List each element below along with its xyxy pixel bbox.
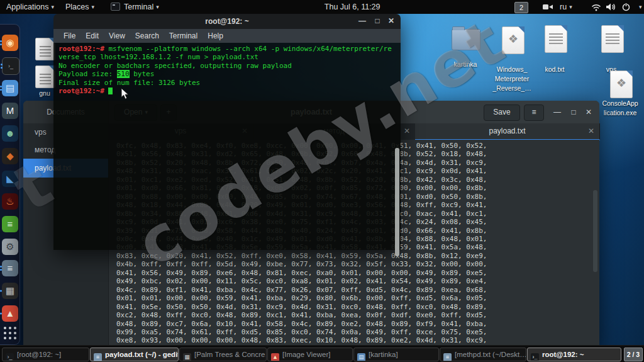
dock-item-firefox[interactable]: ◉ bbox=[2, 35, 18, 51]
taskbar-button-label: [kartinka] bbox=[369, 351, 398, 358]
gedit-icon: ≡ bbox=[94, 353, 102, 361]
system-menu[interactable]: ▾ bbox=[631, 0, 644, 14]
hotspot-icon: ♨ bbox=[2, 193, 18, 210]
taskbar-button-1[interactable]: ›_[root@192: ~] bbox=[2, 348, 89, 361]
taskbar-button-label: [Palm Trees & Concre… bbox=[194, 351, 267, 358]
running-dot bbox=[0, 266, 2, 268]
tab-close-icon[interactable]: ✕ bbox=[588, 123, 594, 139]
terminal-menubar: FileEditViewSearchTerminalHelp bbox=[53, 29, 401, 43]
gedit-icon: ≡ bbox=[443, 353, 452, 361]
desktop-icon-label: kod.txt bbox=[530, 65, 580, 73]
focused-app-menu[interactable]: Terminal▾ bbox=[106, 0, 164, 14]
running-dot bbox=[0, 43, 2, 45]
running-dot bbox=[1, 64, 3, 65]
volume-icon bbox=[606, 3, 616, 11]
taskbar-button-5[interactable]: ▤[kartinka] bbox=[353, 348, 439, 361]
terminal-icon: ›_ bbox=[531, 353, 539, 361]
maximize-button[interactable]: □ bbox=[372, 15, 383, 26]
dock-item-hotspot[interactable]: ♨ bbox=[2, 193, 18, 210]
firefox-icon: ◉ bbox=[2, 35, 18, 51]
desktop-icon-label: lication.exe bbox=[595, 109, 644, 116]
dock-item-tweaks[interactable]: ⚙ bbox=[2, 239, 18, 255]
terminal-title: root@192: ~ bbox=[205, 17, 248, 26]
save-button[interactable]: Save bbox=[484, 105, 520, 121]
terminal-menu-file[interactable]: File bbox=[64, 31, 75, 40]
image-icon: ▲ bbox=[271, 353, 279, 361]
taskbar-button-6[interactable]: ≡[methpd.txt (~/Deskt… bbox=[440, 348, 526, 361]
terminal-menu-view[interactable]: View bbox=[109, 31, 125, 40]
imageviewer-icon: ▲ bbox=[2, 305, 18, 322]
dock-item-texteditor[interactable]: ≡ bbox=[2, 260, 18, 276]
wifi-icon bbox=[591, 3, 601, 11]
close-button[interactable]: ✕ bbox=[583, 106, 594, 118]
maximize-button[interactable]: □ bbox=[568, 106, 579, 118]
chevron-down-icon: ▾ bbox=[92, 4, 95, 10]
folder-icon bbox=[452, 29, 480, 50]
file-icon bbox=[35, 38, 55, 60]
taskbar-button-label: [root@192: ~] bbox=[17, 351, 61, 358]
terminal-menu-terminal[interactable]: Terminal bbox=[169, 31, 197, 40]
chevron-down-icon: ▾ bbox=[51, 4, 54, 10]
tab-close-icon[interactable]: ✕ bbox=[404, 123, 410, 139]
terminal-menu-edit[interactable]: Edit bbox=[86, 31, 99, 40]
film-icon: ▦ bbox=[183, 353, 191, 361]
running-indicator bbox=[0, 312, 2, 316]
power-icon[interactable] bbox=[621, 3, 631, 11]
executable-file-icon bbox=[610, 71, 633, 98]
dock-item-greenbone[interactable]: ≡ bbox=[2, 216, 18, 232]
taskbar-button-3[interactable]: ▦[Palm Trees & Concre… bbox=[179, 348, 267, 361]
screen-indicator-badge[interactable]: 2 bbox=[514, 2, 528, 13]
text-file-icon bbox=[601, 25, 624, 53]
dock-item-ettercap[interactable]: ☻ bbox=[2, 125, 18, 142]
terminal-menu-help[interactable]: Help bbox=[208, 31, 223, 40]
terminal-cursor bbox=[108, 88, 113, 94]
desktop-icon-label: _Reverse_… bbox=[487, 84, 537, 92]
taskbar-button-label: [methpd.txt (~/Deskt… bbox=[455, 351, 526, 358]
keyboard-layout[interactable]: ru▾ bbox=[555, 0, 577, 14]
terminal-body[interactable]: root@192:~# msfvenom --platform windows … bbox=[53, 43, 401, 250]
hamburger-icon: ≡ bbox=[531, 108, 536, 116]
tab-payload.txt[interactable]: payload.txt✕ bbox=[415, 123, 600, 140]
desktop: gnu kartinkaWindows_Meterpreter_Reverse_… bbox=[0, 0, 644, 362]
places-menu[interactable]: Places▾ bbox=[60, 0, 99, 14]
running-dot bbox=[1, 67, 3, 69]
chevron-down-icon: ▾ bbox=[569, 4, 572, 10]
taskbar-button-2[interactable]: ≡payload.txt (~/) - gedit bbox=[90, 348, 179, 361]
dock-item-imageviewer[interactable]: ▲ bbox=[2, 305, 18, 322]
favorites-dock: ◉›_▤M☻◆◣♨≡⚙≡▦▲ bbox=[0, 24, 20, 345]
close-button[interactable]: ✕ bbox=[386, 15, 397, 26]
applications-menu[interactable]: Applications▾ bbox=[1, 0, 59, 14]
terminal-titlebar[interactable]: root@192: ~ — □ ✕ bbox=[53, 14, 401, 29]
files-icon: ▤ bbox=[2, 80, 18, 96]
chevron-down-icon: ▾ bbox=[639, 4, 642, 10]
taskbar-button-label: payload.txt (~/) - gedit bbox=[105, 351, 179, 358]
dock-item-burpsuite[interactable]: ◆ bbox=[2, 148, 18, 164]
burpsuite-icon: ◆ bbox=[2, 148, 18, 164]
desktop-icon-label: ConsoleApp bbox=[595, 99, 644, 107]
menu-button[interactable]: ≡ bbox=[524, 105, 544, 121]
terminal-app-icon bbox=[111, 3, 120, 11]
dock-item-videos[interactable]: ▦ bbox=[2, 283, 18, 299]
mouse-pointer bbox=[121, 88, 130, 100]
terminal-output: root@192:~# msfvenom --platform windows … bbox=[58, 45, 392, 95]
minimize-button[interactable]: — bbox=[357, 15, 368, 26]
workspace-pager[interactable]: 2 / 3 bbox=[624, 348, 643, 361]
dock-item-wireshark[interactable]: ◣ bbox=[2, 171, 18, 187]
dock-item-metasploit[interactable]: M bbox=[2, 103, 18, 119]
show-applications-button[interactable] bbox=[3, 325, 18, 341]
running-indicator bbox=[0, 39, 2, 47]
wireshark-icon: ◣ bbox=[2, 171, 18, 187]
terminal-menu-search[interactable]: Search bbox=[135, 31, 159, 40]
minimize-button[interactable]: — bbox=[552, 106, 563, 118]
clock[interactable]: Thu Jul 6, 11:29 bbox=[319, 0, 386, 14]
gedit-scrollbar[interactable] bbox=[593, 190, 597, 272]
running-dot bbox=[0, 269, 2, 271]
tab-label: payload.txt bbox=[415, 123, 599, 139]
taskbar-button-7[interactable]: ›_root@192: ~ bbox=[527, 348, 621, 361]
running-dot bbox=[0, 89, 2, 91]
terminal-scrollbar[interactable] bbox=[395, 148, 399, 256]
taskbar-button-4[interactable]: ▲[Image Viewer] bbox=[267, 348, 353, 361]
running-dot bbox=[0, 313, 2, 315]
dock-item-terminal[interactable]: ›_ bbox=[2, 57, 19, 75]
dock-item-files[interactable]: ▤ bbox=[2, 80, 18, 96]
